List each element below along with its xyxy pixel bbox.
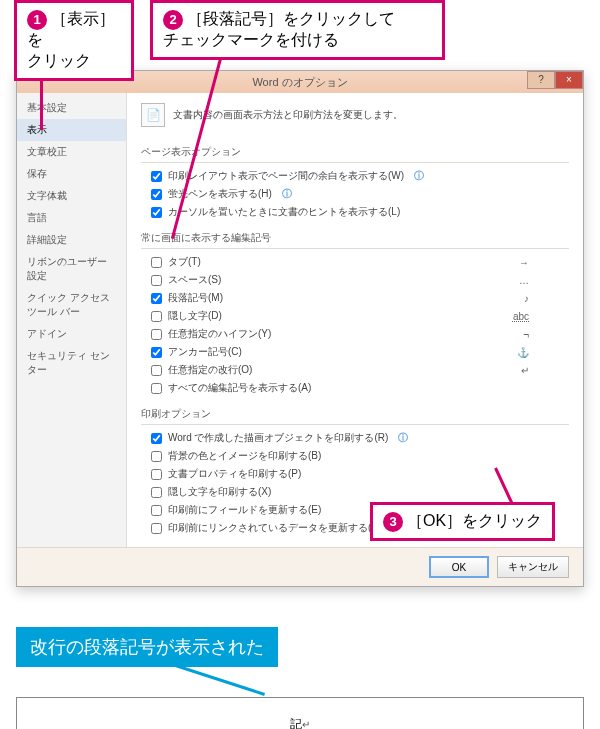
result-callout: 改行の段落記号が表示された (16, 627, 278, 667)
opt-anchor[interactable]: アンカー記号(C)⚓ (141, 343, 569, 361)
chk-all-marks[interactable] (151, 383, 162, 394)
opt-tab[interactable]: タブ(T)→ (141, 253, 569, 271)
result-text: 改行の段落記号が表示された (30, 637, 264, 657)
info-icon[interactable]: ⓘ (414, 169, 424, 183)
sidebar-item-qat[interactable]: クイック アクセス ツール バー (17, 287, 126, 323)
ok-button[interactable]: OK (429, 556, 489, 578)
opt-page-margins[interactable]: 印刷レイアウト表示でページ間の余白を表示する(W)ⓘ (141, 167, 569, 185)
chk-page-margins[interactable] (151, 171, 162, 182)
callout-num-1: 1 (27, 10, 47, 30)
sidebar-item-advanced[interactable]: 詳細設定 (17, 229, 126, 251)
symbol-paragraph: ♪ (524, 293, 529, 304)
sidebar-item-typography[interactable]: 文字体裁 (17, 185, 126, 207)
sidebar-item-display[interactable]: 表示 (17, 119, 126, 141)
dialog-footer: OK キャンセル (17, 547, 583, 586)
opt-highlighter[interactable]: 蛍光ペンを表示する(H)ⓘ (141, 185, 569, 203)
opt-optional-hyphen[interactable]: 任意指定のハイフン(Y)¬ (141, 325, 569, 343)
symbol-break: ↵ (521, 365, 529, 376)
section-page-display: ページ表示オプション (141, 145, 569, 163)
chk-print-hidden[interactable] (151, 487, 162, 498)
callout-3: 3［OK］をクリック (370, 502, 555, 541)
callout-num-3: 3 (383, 512, 403, 532)
symbol-hyphen: ¬ (523, 329, 529, 340)
sidebar-item-addins[interactable]: アドイン (17, 323, 126, 345)
opt-tooltips[interactable]: カーソルを置いたときに文書のヒントを表示する(L) (141, 203, 569, 221)
chk-print-drawings[interactable] (151, 433, 162, 444)
window-buttons: ? × (527, 71, 583, 89)
sidebar-item-save[interactable]: 保存 (17, 163, 126, 185)
callout-3-text: ［OK］をクリック (407, 512, 542, 529)
info-icon[interactable]: ⓘ (282, 187, 292, 201)
category-sidebar: 基本設定 表示 文章校正 保存 文字体裁 言語 詳細設定 リボンのユーザー設定 … (17, 93, 127, 547)
sidebar-item-language[interactable]: 言語 (17, 207, 126, 229)
chk-update-links[interactable] (151, 523, 162, 534)
chk-optional-hyphen[interactable] (151, 329, 162, 340)
sidebar-item-trust[interactable]: セキュリティ センター (17, 345, 126, 381)
opt-space[interactable]: スペース(S)… (141, 271, 569, 289)
chk-highlighter[interactable] (151, 189, 162, 200)
section-print-options: 印刷オプション (141, 407, 569, 425)
chk-update-fields[interactable] (151, 505, 162, 516)
callout-1: 1［表示］を クリック (14, 0, 134, 81)
chk-optional-break[interactable] (151, 365, 162, 376)
opt-all-marks[interactable]: すべての編集記号を表示する(A) (141, 379, 569, 397)
sidebar-item-ribbon[interactable]: リボンのユーザー設定 (17, 251, 126, 287)
opt-print-drawings[interactable]: Word で作成した描画オブジェクトを印刷する(R)ⓘ (141, 429, 569, 447)
sidebar-item-general[interactable]: 基本設定 (17, 97, 126, 119)
doc-heading: 記↵ (41, 714, 559, 729)
callout-num-2: 2 (163, 10, 183, 30)
chk-print-background[interactable] (151, 451, 162, 462)
help-button[interactable]: ? (527, 71, 555, 89)
symbol-anchor: ⚓ (517, 347, 529, 358)
callout-2: 2［段落記号］をクリックして チェックマークを付ける (150, 0, 445, 60)
info-icon[interactable]: ⓘ (398, 431, 408, 445)
symbol-tab: → (519, 257, 529, 268)
section-formatting-marks: 常に画面に表示する編集記号 (141, 231, 569, 249)
opt-hidden-text[interactable]: 隠し文字(D)abc (141, 307, 569, 325)
opt-print-properties[interactable]: 文書プロパティを印刷する(P) (141, 465, 569, 483)
chk-tab[interactable] (151, 257, 162, 268)
chk-tooltips[interactable] (151, 207, 162, 218)
chk-paragraph-mark[interactable] (151, 293, 162, 304)
symbol-space: … (519, 275, 529, 286)
chk-anchor[interactable] (151, 347, 162, 358)
callout-2-text: ［段落記号］をクリックして チェックマークを付ける (163, 10, 395, 48)
options-panel: 📄 文書内容の画面表示方法と印刷方法を変更します。 ページ表示オプション 印刷レ… (127, 93, 583, 547)
close-button[interactable]: × (555, 71, 583, 89)
chk-print-properties[interactable] (151, 469, 162, 480)
section-icon: 📄 (141, 103, 165, 127)
sidebar-item-proofing[interactable]: 文章校正 (17, 141, 126, 163)
chk-hidden-text[interactable] (151, 311, 162, 322)
opt-print-background[interactable]: 背景の色とイメージを印刷する(B) (141, 447, 569, 465)
document-result: 記↵ 1.開催日平成 26 年 8 月 3 日（日）↵ 2.時間午前 10:00… (16, 697, 584, 729)
cancel-button[interactable]: キャンセル (497, 556, 569, 578)
opt-paragraph-mark[interactable]: 段落記号(M)♪ (141, 289, 569, 307)
paragraph-mark-icon: ↵ (302, 719, 310, 729)
chk-space[interactable] (151, 275, 162, 286)
opt-optional-break[interactable]: 任意指定の改行(O)↵ (141, 361, 569, 379)
symbol-hidden: abc (513, 311, 529, 322)
tutorial-step-area: 1［表示］を クリック 2［段落記号］をクリックして チェックマークを付ける W… (0, 0, 600, 587)
